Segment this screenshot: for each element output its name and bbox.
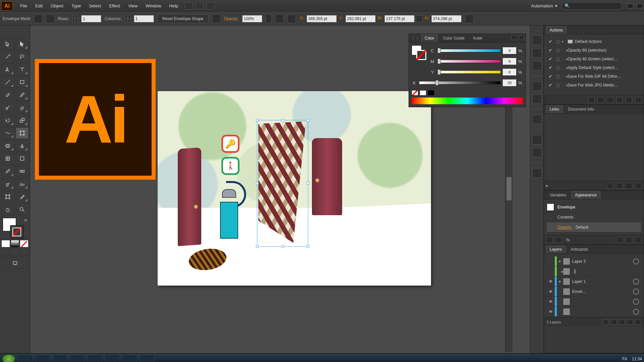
search-input[interactable]: 🔍 [561, 2, 622, 10]
link-wh-icon[interactable] [416, 15, 423, 22]
menu-file[interactable]: File [16, 0, 31, 12]
collapse-icon[interactable] [512, 35, 517, 40]
target-icon[interactable] [633, 279, 639, 285]
toggle-icon[interactable]: ✔ [547, 83, 554, 87]
x-input[interactable] [307, 15, 337, 22]
new-layer-icon[interactable] [627, 319, 633, 325]
eyedropper-tool[interactable] [1, 166, 14, 177]
layer-row[interactable]: 👁 [547, 297, 641, 307]
dialog-icon[interactable]: ▢ [554, 65, 561, 70]
new-sublayer-icon[interactable] [619, 319, 625, 325]
visibility-icon[interactable]: 👁 [547, 309, 555, 314]
slider-knob[interactable] [437, 48, 441, 53]
layer-row[interactable]: ▾Layer 3 [547, 256, 641, 266]
rectangle-tool[interactable] [16, 76, 29, 88]
new-action-icon[interactable] [626, 97, 632, 103]
tab-actions[interactable]: Actions [546, 26, 567, 34]
rows-input[interactable] [81, 15, 101, 22]
opacity-input[interactable] [242, 15, 262, 22]
zoom-tool[interactable] [16, 204, 29, 215]
white-swatch[interactable] [420, 90, 426, 96]
target-icon[interactable] [633, 309, 639, 315]
taskbar-item[interactable] [70, 355, 85, 362]
swap-fill-stroke-icon[interactable]: ⤭ [24, 218, 27, 223]
shape-builder-tool[interactable] [1, 140, 14, 152]
action-row[interactable]: ✔▢▸Opacity 40 Screen (select… [547, 55, 641, 63]
tab-kuler[interactable]: Kuler [470, 34, 486, 42]
type-tool[interactable] [16, 64, 29, 75]
gradient-tool[interactable] [16, 153, 29, 164]
appearance-contents-row[interactable]: Contents [547, 212, 641, 222]
menu-select[interactable]: Select [85, 0, 105, 12]
layer-name[interactable]: Layer 1 [572, 279, 631, 284]
width-tool[interactable] [1, 127, 14, 139]
edit-envelope-icon[interactable] [34, 14, 43, 23]
slider-k[interactable]: K20% [412, 77, 523, 88]
goto-link-icon[interactable] [616, 183, 623, 189]
tab-artboards[interactable]: Artboards [567, 245, 592, 253]
artboard-tool[interactable] [1, 191, 14, 202]
tab-layers[interactable]: Layers [546, 245, 566, 253]
slider-value[interactable]: 0 [503, 47, 516, 54]
disclosure-icon[interactable]: ▾ [557, 259, 563, 264]
slider-track[interactable] [437, 49, 501, 52]
slider-c[interactable]: C0% [430, 45, 523, 56]
action-row[interactable]: ✔▢▸Opacity 60 (selection) [547, 46, 641, 55]
arrange-docs-icon[interactable] [196, 2, 204, 10]
panel-menu-icon[interactable] [519, 35, 524, 40]
locate-object-icon[interactable] [603, 319, 609, 325]
mesh-tool[interactable] [1, 153, 14, 164]
dock-swatches-icon[interactable] [532, 81, 542, 91]
target-icon[interactable] [633, 299, 639, 305]
bridge-icon[interactable] [185, 2, 193, 10]
direct-selection-tool[interactable] [16, 38, 29, 50]
black-swatch[interactable] [428, 90, 434, 96]
dialog-icon[interactable]: ▢ [554, 74, 561, 79]
new-art-basic-icon[interactable] [546, 237, 553, 243]
selection-handle[interactable] [256, 119, 259, 122]
disclosure-icon[interactable]: ▸ [561, 65, 568, 70]
paintbrush-tool[interactable] [1, 89, 14, 101]
slider-value[interactable]: 20 [503, 79, 516, 86]
fill-stroke-swatch[interactable]: ⤭ [1, 217, 29, 239]
tray-lang[interactable]: FA [622, 357, 627, 361]
selection-handle[interactable] [281, 245, 284, 248]
slider-knob[interactable] [437, 59, 441, 64]
disclosure-icon[interactable]: ▸ [561, 74, 568, 79]
spectrum-strip[interactable] [412, 98, 523, 104]
symbol-sprayer-tool[interactable] [1, 178, 14, 190]
selection-handle[interactable] [307, 119, 309, 122]
make-clip-icon[interactable] [611, 319, 617, 325]
column-graph-tool[interactable] [16, 178, 29, 190]
selection-handle[interactable] [307, 182, 309, 185]
action-row[interactable]: ✔▢▸Apply Default Style (select… [547, 63, 641, 72]
grip-icon[interactable]: ⋮⋮ [411, 36, 420, 41]
reset-envelope-button[interactable]: Reset Envelope Shape [157, 14, 209, 23]
slider-m[interactable]: M0% [430, 56, 523, 67]
action-row[interactable]: ✔▢▸Save For Web JPG Mediu… [547, 81, 641, 89]
stop-icon[interactable] [588, 97, 595, 103]
disclosure-icon[interactable]: ▾ [557, 279, 563, 284]
menu-help[interactable]: Help [165, 0, 182, 12]
dock-color-icon[interactable] [532, 36, 542, 45]
slider-knob[interactable] [437, 69, 441, 75]
slider-track[interactable] [437, 60, 501, 63]
free-transform-tool[interactable] [16, 127, 29, 139]
selected-envelope[interactable] [258, 121, 307, 245]
dock-graphic-styles-icon[interactable] [532, 168, 542, 178]
taskbar-item[interactable] [52, 355, 68, 362]
appearance-opacity-row[interactable]: Opacity: Default [547, 222, 641, 232]
blob-brush-tool[interactable] [1, 102, 14, 113]
disclosure-icon[interactable]: ▾ [561, 39, 568, 44]
scale-tool[interactable] [16, 115, 29, 126]
disclosure-icon[interactable]: ▸ [561, 83, 568, 87]
layer-name[interactable]: Envel… [572, 289, 631, 294]
menu-effect[interactable]: Effect [105, 0, 124, 12]
visibility-icon[interactable]: 👁 [547, 279, 555, 284]
layer-name[interactable] [572, 269, 641, 274]
visibility-icon[interactable]: 👁 [547, 299, 555, 304]
dock-gradient-icon[interactable] [532, 115, 542, 124]
slider-track[interactable] [437, 70, 501, 74]
taskbar-item[interactable] [105, 355, 120, 362]
edit-contents-icon[interactable] [46, 14, 55, 23]
